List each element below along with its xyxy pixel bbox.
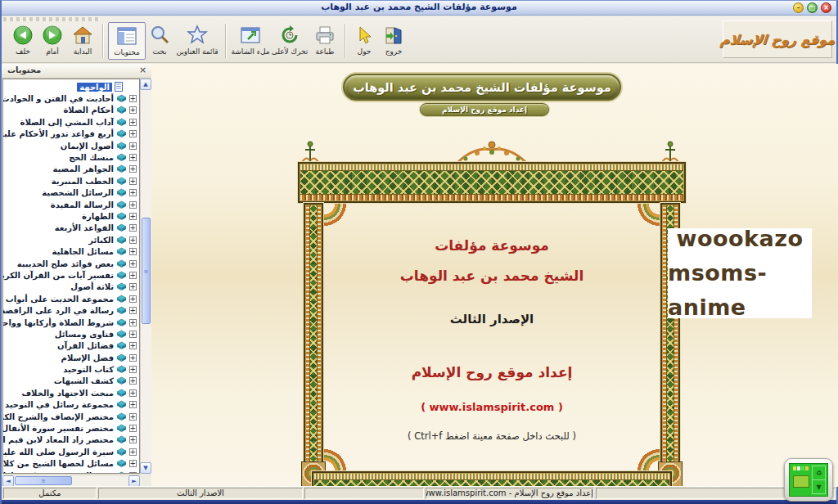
tree-item-label: مفيد المستفيد في كفر تارك التوحيد bbox=[2, 471, 114, 474]
widget-pixels bbox=[793, 466, 809, 470]
content-banner-title: موسوعة مؤلفات الشيخ محمد بن عبد الوهاب bbox=[353, 81, 611, 94]
home-button[interactable]: البداية bbox=[67, 22, 98, 60]
expand-plus-icon[interactable] bbox=[129, 248, 137, 255]
vertical-scroll-thumb[interactable]: ≡ bbox=[142, 218, 151, 324]
body-edition-line: الإصدار الثالث bbox=[322, 312, 661, 326]
expand-plus-icon[interactable] bbox=[129, 95, 137, 102]
horizontal-scroll-thumb[interactable]: ≡ bbox=[15, 476, 72, 485]
main-content: موسوعة مؤلفات الشيخ محمد بن عبد الوهاب إ… bbox=[151, 64, 838, 487]
expand-plus-icon[interactable] bbox=[129, 448, 137, 456]
tree-item-label: مختصر الإنصاف والشرح الكبير bbox=[2, 412, 114, 421]
expand-plus-icon[interactable] bbox=[129, 460, 137, 467]
sidebar-vertical-scrollbar[interactable]: ▲ ≡ ▼ bbox=[140, 79, 151, 474]
back-button[interactable]: خلف bbox=[8, 22, 38, 60]
desktop-widget[interactable]: ♻ ▼ bbox=[784, 458, 833, 502]
expand-plus-icon[interactable] bbox=[129, 154, 137, 161]
expand-plus-icon[interactable] bbox=[129, 142, 137, 150]
back-icon bbox=[12, 24, 34, 47]
widget-refresh-icon[interactable]: ♻ bbox=[813, 466, 825, 480]
sidebar-title: محتويات bbox=[7, 65, 41, 74]
print-button[interactable]: طباعة bbox=[309, 22, 340, 60]
scroll-left-arrow-icon[interactable]: ◄ bbox=[2, 475, 14, 487]
expand-plus-icon[interactable] bbox=[129, 119, 137, 126]
toolbar-separator bbox=[225, 24, 227, 58]
expand-plus-icon[interactable] bbox=[129, 130, 137, 137]
frame-top-bar bbox=[298, 162, 686, 203]
toolbar-label: البداية bbox=[74, 47, 92, 56]
minimize-button[interactable]: – bbox=[793, 2, 804, 13]
watermark-box: woookazo msoms-anime bbox=[668, 228, 812, 318]
scroll-down-arrow-icon[interactable]: ▼ bbox=[140, 462, 151, 474]
expand-plus-icon[interactable] bbox=[129, 401, 137, 408]
expand-plus-icon[interactable] bbox=[129, 472, 137, 474]
site-link[interactable]: ( www.islamspirit.com ) bbox=[322, 401, 661, 413]
restore-button[interactable]: □ bbox=[807, 2, 818, 13]
expand-plus-icon[interactable] bbox=[129, 331, 137, 338]
expand-plus-icon[interactable] bbox=[129, 307, 137, 314]
status-bar: مكتمل الاصدار الثالث إعداد موقع روح الإس… bbox=[2, 486, 836, 500]
watermark-line2: msoms-anime bbox=[668, 256, 812, 325]
body-prepared-line: إعداد موقع روح الإسلام bbox=[322, 364, 661, 380]
expand-plus-icon[interactable] bbox=[129, 295, 137, 303]
sidebar-horizontal-scrollbar[interactable]: ◄ ≡ ► bbox=[2, 475, 140, 486]
toolbar-label: قائمة العناوين bbox=[176, 47, 218, 56]
title-bar[interactable]: موسوعة مؤلفات الشيخ محمد بن عبد الوهاب –… bbox=[2, 1, 836, 16]
tree-item-label: مسائل لخصها الشيخ من كلام ابن تيمية bbox=[2, 459, 114, 468]
expand-plus-icon[interactable] bbox=[129, 178, 137, 185]
expand-plus-icon[interactable] bbox=[129, 283, 137, 290]
expand-plus-icon[interactable] bbox=[129, 165, 137, 173]
tree-item-label: القواعد الأربعة bbox=[55, 223, 114, 232]
expand-plus-icon[interactable] bbox=[129, 377, 137, 385]
expand-plus-icon[interactable] bbox=[129, 260, 137, 268]
contents-button[interactable]: محتويات bbox=[108, 22, 146, 60]
search-button[interactable]: بحث bbox=[146, 22, 173, 60]
titles-list-button[interactable]: قائمة العناوين bbox=[173, 22, 221, 60]
tree-item-label: أربع قواعد تدور الأحكام عليها bbox=[2, 129, 114, 138]
status-site: إعداد موقع روح الإسلام - www.islamspirit… bbox=[426, 488, 594, 499]
tree-item-label: آداب المشي إلى الصلاة bbox=[20, 118, 115, 127]
tree-item-label: ثلاثة أصول bbox=[70, 282, 114, 291]
toolbar-gripper[interactable] bbox=[3, 17, 100, 21]
expand-plus-icon[interactable] bbox=[129, 413, 137, 421]
sidebar-close-icon[interactable]: × bbox=[137, 65, 148, 76]
forward-icon bbox=[42, 24, 63, 47]
status-state: مكتمل bbox=[3, 488, 97, 499]
tree-item-label: الواجهة bbox=[77, 83, 112, 92]
expand-plus-icon[interactable] bbox=[129, 236, 137, 244]
about-button[interactable]: حول bbox=[350, 22, 378, 60]
expand-plus-icon[interactable] bbox=[129, 342, 137, 349]
tree-item-label: الرسالة المفيدة bbox=[51, 200, 114, 209]
content-banner-subtitle: إعداد موقع روح الإسلام bbox=[420, 103, 549, 116]
site-logo: موقع روح الإسلام bbox=[723, 20, 832, 58]
fullscreen-button[interactable]: ملء الشاشة bbox=[231, 22, 270, 60]
toolbar-label: محتويات bbox=[114, 48, 140, 56]
tree-item[interactable]: مفيد المستفيد في كفر تارك التوحيد bbox=[3, 470, 139, 474]
expand-plus-icon[interactable] bbox=[129, 436, 137, 443]
exit-button[interactable]: خروج bbox=[378, 22, 409, 60]
tree-item-label: الطهارة bbox=[82, 212, 114, 221]
expand-plus-icon[interactable] bbox=[129, 106, 137, 114]
expand-plus-icon[interactable] bbox=[129, 425, 137, 432]
expand-plus-icon[interactable] bbox=[129, 389, 137, 397]
expand-plus-icon[interactable] bbox=[129, 354, 137, 362]
expand-plus-icon[interactable] bbox=[129, 213, 137, 220]
expand-plus-icon[interactable] bbox=[129, 272, 137, 279]
widget-app-icon[interactable] bbox=[793, 475, 809, 488]
close-button[interactable]: × bbox=[821, 2, 831, 13]
widget-dropdown-icon[interactable]: ▼ bbox=[813, 480, 825, 494]
forward-button[interactable]: أمام bbox=[38, 22, 67, 60]
expand-plus-icon[interactable] bbox=[129, 366, 137, 373]
app-window: موسوعة مؤلفات الشيخ محمد بن عبد الوهاب –… bbox=[0, 0, 838, 504]
expand-plus-icon[interactable] bbox=[129, 319, 137, 326]
tree-item-label: مسائل الجاهلية bbox=[52, 247, 114, 256]
scroll-up-arrow-icon[interactable]: ▲ bbox=[140, 79, 151, 90]
content-banner-subtitle-text: إعداد موقع روح الإسلام bbox=[442, 106, 527, 114]
tree-item-label: مبحث الاجتهاد والخلاف bbox=[22, 389, 115, 398]
scroll-right-arrow-icon[interactable]: ► bbox=[128, 475, 140, 487]
expand-plus-icon[interactable] bbox=[129, 189, 137, 196]
tree-item-label: أصول الإيمان bbox=[61, 142, 114, 151]
expand-plus-icon[interactable] bbox=[129, 201, 137, 209]
expand-plus-icon[interactable] bbox=[129, 224, 137, 232]
scroll-up-button[interactable]: تحرك لأعلى bbox=[270, 22, 309, 60]
tree-item-label: سيرة الرسول صلى الله عليه وسلم bbox=[2, 448, 114, 457]
